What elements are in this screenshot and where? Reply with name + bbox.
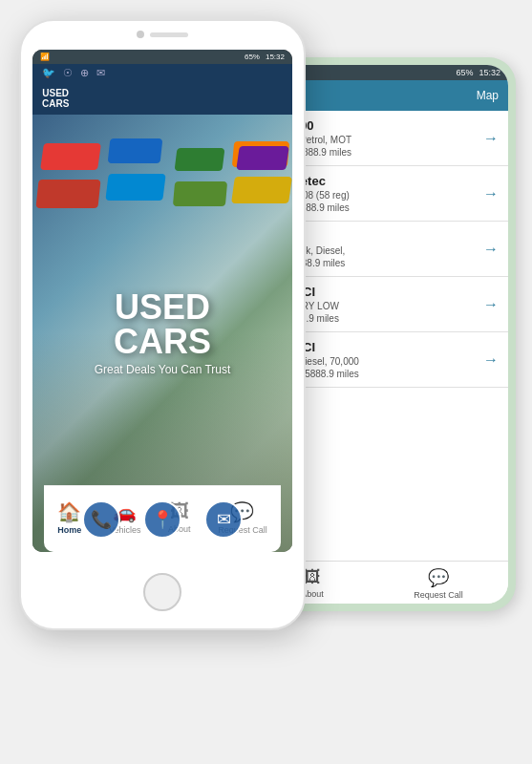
battery-label: 65% [456,68,473,77]
arrow-icon-1: → [483,185,499,202]
email-button[interactable]: ✉ [204,500,243,539]
ios-app-header: USED CARS [32,82,292,115]
car-shape-yellow [231,177,292,203]
hero-subtitle: Great Deals You Can Trust [95,363,231,376]
car-shape-purple [236,146,289,170]
car-shape-green2 [173,181,227,206]
arrow-icon-4: → [483,351,499,369]
logo-used-text: USED [42,88,69,98]
car-shape-green [175,148,225,171]
hero-title-line2: CARS [114,325,211,359]
arrow-icon-0: → [483,130,499,147]
car-shape-red [40,143,101,170]
social-icons-bar: 🐦 ☉ ⊕ ✉ [32,64,292,82]
iphone-top [137,31,188,38]
hero-title-line1: USED [114,290,211,325]
iphone-home-button[interactable] [143,573,181,611]
ios-status-right: 65% 15:32 [245,53,285,61]
front-camera-icon [137,31,144,38]
location-button[interactable]: 📍 [143,500,181,539]
arrow-icon-2: → [483,241,499,258]
ios-status-left: 📶 [40,53,50,61]
hero-action-buttons: 📞 📍 ✉ [32,500,292,539]
logo-cars-text: CARS [42,98,69,109]
hero-title: USED CARS [114,290,211,359]
iphone: 📶 65% 15:32 🐦 ☉ ⊕ ✉ USED CARS [19,19,306,630]
google-icon: ☉ [63,67,73,79]
request-call-icon: 💬 [428,567,449,588]
ios-time-label: 15:32 [266,53,285,61]
map-button[interactable]: Map [477,89,499,102]
email-social-icon: ✉ [96,67,105,79]
request-call-label: Request Call [414,590,463,600]
car-shape-red2 [35,180,100,208]
time-label: 15:32 [479,68,500,77]
car-shape-blue2 [105,174,165,201]
ios-signal-icon: 📶 [40,53,50,61]
app-logo: USED CARS [42,88,69,109]
speaker-icon [150,32,188,37]
android-nav-request-call[interactable]: 💬 Request Call [414,567,463,600]
ios-status-bar: 📶 65% 15:32 [32,50,292,64]
scene: 🔕 📶 📶 65% 15:32 Ford Map RS 2000 [0,0,532,764]
twitter-icon: 🐦 [42,67,55,79]
ios-battery-label: 65% [245,53,260,61]
android-status-right: 65% 15:32 [456,68,500,77]
arrow-icon-3: → [483,296,499,313]
location-social-icon: ⊕ [80,67,89,79]
iphone-screen: 📶 65% 15:32 🐦 ☉ ⊕ ✉ USED CARS [32,50,292,552]
about-icon: 🖼 [304,567,321,587]
call-button[interactable]: 📞 [82,500,120,539]
car-shape-blue [108,138,163,163]
